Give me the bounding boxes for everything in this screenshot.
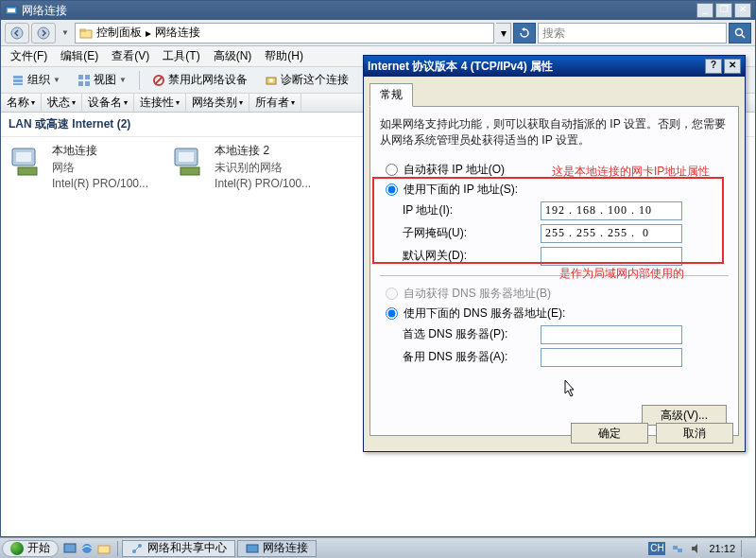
col-status[interactable]: 状态▾ (42, 94, 82, 112)
col-category[interactable]: 网络类别▾ (186, 94, 249, 112)
connection-item-1[interactable]: 本地连接 网络 Intel(R) PRO/100... (9, 143, 148, 190)
back-button[interactable] (5, 23, 29, 44)
menu-edit[interactable]: 编辑(E) (55, 46, 104, 66)
tab-general[interactable]: 常规 (369, 83, 413, 107)
radio-auto-dns-input (386, 288, 398, 300)
svg-rect-11 (78, 75, 83, 79)
start-button[interactable]: 开始 (2, 540, 59, 557)
radio-manual-dns[interactable]: 使用下面的 DNS 服务器地址(E): (380, 304, 729, 323)
breadcrumb-nc[interactable]: 网络连接 (155, 25, 200, 41)
organize-button[interactable]: 组织▼ (5, 69, 67, 91)
svg-rect-10 (13, 83, 23, 85)
svg-point-26 (82, 544, 92, 553)
label-dns2: 备用 DNS 服务器(A): (403, 349, 535, 365)
col-device[interactable]: 设备名▾ (82, 94, 134, 112)
window-icon (5, 4, 18, 17)
show-desktop-button[interactable] (741, 540, 748, 557)
input-mask[interactable] (541, 224, 682, 243)
col-owner[interactable]: 所有者▾ (249, 94, 301, 112)
col-name[interactable]: 名称▾ (1, 94, 42, 112)
clock[interactable]: 21:12 (709, 543, 735, 554)
svg-rect-25 (64, 544, 76, 552)
svg-rect-8 (13, 76, 23, 78)
forward-button[interactable] (31, 23, 56, 44)
search-button[interactable] (729, 23, 751, 44)
views-icon (77, 74, 91, 87)
task-network-connections[interactable]: 网络连接 (237, 540, 317, 557)
dialog-help-button[interactable]: ? (705, 59, 722, 74)
connection-item-2[interactable]: 本地连接 2 未识别的网络 Intel(R) PRO/100... (171, 143, 311, 190)
svg-point-2 (11, 27, 23, 39)
input-gw[interactable] (541, 247, 682, 266)
diagnose-button[interactable]: 诊断这个连接 (258, 69, 355, 91)
svg-rect-1 (8, 9, 15, 12)
window-title: 网络连接 (22, 3, 696, 19)
views-button[interactable]: 视图▼ (71, 69, 133, 91)
svg-rect-9 (13, 79, 23, 82)
refresh-button[interactable] (513, 23, 536, 44)
close-button[interactable]: ✕ (734, 3, 751, 18)
menu-help[interactable]: 帮助(H) (259, 46, 309, 66)
radio-auto-ip-input[interactable] (386, 164, 398, 176)
svg-rect-20 (16, 152, 31, 162)
radio-manual-ip-input[interactable] (386, 183, 398, 196)
quicklaunch-desktop[interactable] (62, 541, 77, 556)
label-dns1: 首选 DNS 服务器(P): (403, 326, 535, 342)
cancel-button[interactable]: 取消 (656, 423, 733, 444)
tcpip-properties-dialog: Internet 协议版本 4 (TCP/IPv4) 属性 ? ✕ 常规 如果网… (363, 55, 746, 452)
organize-icon (11, 74, 25, 87)
maximize-button[interactable]: ❐ (715, 3, 732, 18)
address-dropdown[interactable]: ▾ (496, 23, 511, 44)
quicklaunch-ie[interactable] (79, 541, 94, 556)
svg-rect-14 (85, 81, 90, 86)
svg-rect-24 (180, 167, 199, 175)
svg-rect-5 (80, 29, 85, 31)
col-connectivity[interactable]: 连接性▾ (134, 94, 186, 112)
task-icon (246, 542, 259, 555)
system-tray: CH 21:12 (643, 540, 754, 557)
address-input[interactable]: 控制面板 ▸ 网络连接 (75, 23, 494, 44)
disable-icon (152, 74, 165, 87)
minimize-button[interactable]: _ (696, 3, 713, 18)
address-bar: ▼ 控制面板 ▸ 网络连接 ▾ 搜索 (1, 20, 755, 46)
titlebar[interactable]: 网络连接 _ ❐ ✕ (1, 1, 755, 20)
ok-button[interactable]: 确定 (571, 423, 648, 444)
svg-rect-33 (678, 549, 682, 552)
nic-icon (171, 143, 209, 181)
menu-advanced[interactable]: 高级(N) (208, 46, 258, 66)
input-ip[interactable] (541, 201, 682, 220)
dialog-titlebar[interactable]: Internet 协议版本 4 (TCP/IPv4) 属性 ? ✕ (364, 56, 745, 77)
disable-device-button[interactable]: 禁用此网络设备 (146, 69, 254, 91)
svg-point-18 (269, 78, 273, 82)
svg-rect-13 (78, 81, 83, 86)
search-input[interactable]: 搜索 (538, 23, 727, 44)
folder-icon (79, 26, 93, 40)
svg-rect-21 (18, 167, 37, 175)
quicklaunch-explorer[interactable] (96, 541, 112, 556)
menu-tools[interactable]: 工具(T) (157, 46, 205, 66)
dialog-close-button[interactable]: ✕ (724, 59, 741, 74)
radio-auto-dns: 自动获得 DNS 服务器地址(B) (380, 284, 729, 304)
menu-view[interactable]: 查看(V) (106, 46, 155, 66)
diagnose-icon (265, 74, 278, 87)
tray-network-icon[interactable] (671, 542, 684, 555)
svg-rect-31 (247, 545, 258, 552)
task-network-sharing[interactable]: 网络和共享中心 (122, 540, 235, 557)
language-indicator[interactable]: CH (648, 542, 665, 555)
tray-volume-icon[interactable] (690, 542, 703, 555)
radio-manual-dns-input[interactable] (386, 307, 398, 320)
label-ip: IP 地址(I): (403, 202, 535, 218)
nav-history-dropdown[interactable]: ▼ (58, 28, 73, 37)
conn-name: 本地连接 (52, 143, 148, 159)
radio-manual-ip[interactable]: 使用下面的 IP 地址(S): (380, 180, 729, 200)
breadcrumb-separator: ▸ (146, 26, 151, 40)
input-dns1[interactable] (541, 325, 682, 344)
nic-icon (9, 143, 46, 181)
input-dns2[interactable] (541, 348, 682, 367)
dialog-title: Internet 协议版本 4 (TCP/IPv4) 属性 (368, 59, 703, 75)
breadcrumb-cp[interactable]: 控制面板 (96, 25, 142, 41)
conn-name: 本地连接 2 (215, 143, 311, 159)
menu-file[interactable]: 文件(F) (5, 46, 53, 66)
tab-panel-general: 如果网络支持此功能，则可以获取自动指派的 IP 设置。否则，您需要从网络系统管理… (369, 107, 739, 436)
svg-line-16 (155, 77, 163, 84)
